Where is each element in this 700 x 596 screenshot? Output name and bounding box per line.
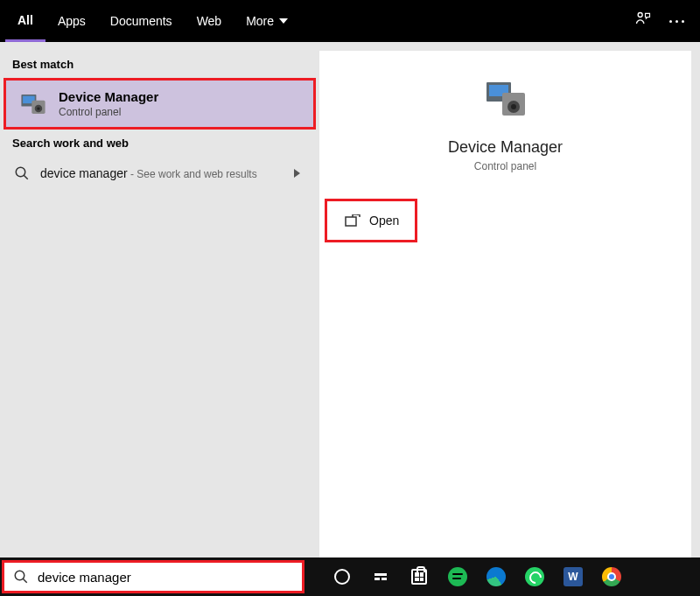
feedback-icon[interactable] [634,11,652,32]
whatsapp-button[interactable] [523,565,546,588]
open-action[interactable]: Open [325,199,417,242]
svg-point-14 [15,571,24,580]
chevron-right-icon [294,169,300,178]
results-list: Best match Device Manager Control panel … [0,42,319,557]
svg-point-0 [638,13,642,18]
search-category-tabs: All Apps Documents Web More [0,0,700,42]
device-manager-large-icon [481,77,530,126]
search-results-area: Best match Device Manager Control panel … [0,42,700,557]
section-web-label: Search work and web [0,130,319,157]
microsoft-store-icon [411,569,427,585]
web-search-result[interactable]: device manager - See work and web result… [0,157,319,190]
word-button[interactable]: W [562,565,584,588]
best-match-result[interactable]: Device Manager Control panel [4,78,316,130]
chrome-button[interactable] [600,565,623,588]
microsoft-store-button[interactable] [408,565,430,588]
spotify-icon [448,567,467,586]
search-input[interactable] [38,570,293,585]
tab-documents[interactable]: Documents [98,0,185,42]
chevron-down-icon [279,18,288,24]
svg-line-15 [23,578,27,583]
edge-icon [486,567,506,586]
open-label: Open [369,214,399,228]
web-result-title: device manager [40,166,128,180]
more-options-icon[interactable] [669,20,684,23]
tab-web[interactable]: Web [185,0,234,42]
open-icon [345,214,360,227]
best-match-title: Device Manager [59,89,158,104]
cortana-button[interactable] [331,565,354,588]
cortana-icon [334,569,350,585]
word-icon: W [564,567,583,586]
svg-point-5 [37,107,39,109]
best-match-subtitle: Control panel [59,106,158,118]
device-manager-icon [18,91,48,117]
tab-more[interactable]: More [234,0,300,42]
chrome-icon [602,567,621,586]
edge-button[interactable] [485,565,508,588]
task-view-button[interactable] [369,565,392,588]
whatsapp-icon [525,567,544,586]
web-result-subtitle: - See work and web results [128,168,257,180]
svg-point-6 [16,167,25,177]
spotify-button[interactable] [446,565,469,588]
search-icon [12,165,32,181]
detail-title: Device Manager [319,138,691,157]
detail-pane: Device Manager Control panel Open [319,42,700,557]
task-view-icon [374,573,387,580]
svg-line-7 [24,175,28,179]
search-icon [13,569,29,585]
tab-more-label: More [246,14,274,28]
section-best-match-label: Best match [0,51,319,78]
tab-all[interactable]: All [5,0,46,42]
svg-point-12 [511,104,516,109]
taskbar: W [0,557,700,596]
detail-subtitle: Control panel [319,160,691,172]
tab-apps[interactable]: Apps [46,0,98,42]
taskbar-search-box[interactable] [2,560,304,593]
svg-rect-13 [346,217,356,226]
